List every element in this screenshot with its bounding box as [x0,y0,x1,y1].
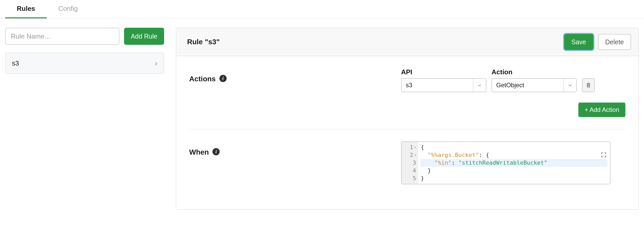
delete-button[interactable]: Delete [598,34,631,50]
code-line[interactable]: } [421,167,607,175]
gutter-line: 1▾ [404,143,416,151]
code-body[interactable]: { "%%args.Bucket": { "%in": "stitchReadW… [402,142,610,184]
info-icon[interactable]: i [219,75,227,82]
panel-title: Rule "s3" [187,38,220,46]
api-select[interactable]: s3 [401,78,486,92]
action-select-value: GetObject [496,82,524,89]
main-panel: Rule "s3" Save Delete Actions i API [176,28,639,210]
panel-header: Rule "s3" Save Delete [176,28,638,56]
when-section: When i 1▾2▾345 { "%%args.Bucket": { "%in… [189,141,625,196]
code-line[interactable]: "%in": "stitchReadWritableBucket" [421,159,607,167]
gutter-line: 4 [404,167,416,175]
fold-marker-icon[interactable]: ▾ [414,143,416,151]
actions-label: Actions [189,75,216,83]
api-field-label: API [401,68,486,76]
gutter-line: 3 [404,159,416,167]
delete-action-button[interactable] [582,78,595,92]
actions-section: Actions i API s3 [189,68,625,129]
rule-item-s3[interactable]: s3 › [6,53,164,73]
api-select-value: s3 [406,82,412,89]
sidebar: Add Rule s3 › [5,28,164,210]
when-code-editor[interactable]: 1▾2▾345 { "%%args.Bucket": { "%in": "sti… [401,141,610,184]
gutter-line: 2▾ [404,151,416,159]
save-button[interactable]: Save [564,34,593,50]
gutter-line: 5 [404,175,416,182]
chevron-down-icon [563,79,572,92]
when-label: When [189,148,209,156]
code-line[interactable]: "%%args.Bucket": { [421,151,607,159]
rules-list: s3 › [5,53,164,74]
rule-item-label: s3 [12,59,19,67]
add-action-button[interactable]: + Add Action [578,103,625,117]
code-line[interactable]: { [421,143,607,151]
code-gutter: 1▾2▾345 [402,142,418,184]
tab-rules[interactable]: Rules [5,0,47,18]
add-rule-button[interactable]: Add Rule [124,28,164,45]
trash-icon [586,82,591,88]
code-line[interactable]: } [421,175,607,182]
action-select[interactable]: GetObject [492,78,577,92]
expand-icon[interactable] [601,152,607,158]
action-field-label: Action [492,68,577,76]
rule-name-input[interactable] [5,28,119,45]
tab-config[interactable]: Config [47,0,89,18]
tabs-bar: Rules Config [0,0,644,19]
chevron-down-icon [473,79,482,92]
chevron-right-icon: › [155,59,157,68]
info-icon[interactable]: i [212,148,220,155]
fold-marker-icon[interactable]: ▾ [414,151,416,159]
